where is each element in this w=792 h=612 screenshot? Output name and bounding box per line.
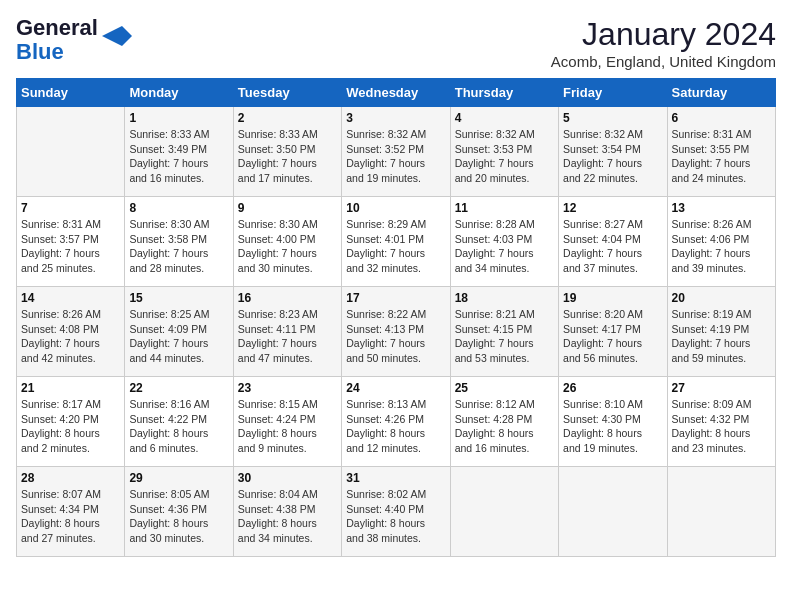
day-number: 23 [238,381,337,395]
day-info: Sunrise: 8:17 AM Sunset: 4:20 PM Dayligh… [21,397,120,456]
day-cell: 5Sunrise: 8:32 AM Sunset: 3:54 PM Daylig… [559,107,667,197]
day-cell: 6Sunrise: 8:31 AM Sunset: 3:55 PM Daylig… [667,107,775,197]
day-number: 13 [672,201,771,215]
day-info: Sunrise: 8:31 AM Sunset: 3:55 PM Dayligh… [672,127,771,186]
day-info: Sunrise: 8:27 AM Sunset: 4:04 PM Dayligh… [563,217,662,276]
day-info: Sunrise: 8:05 AM Sunset: 4:36 PM Dayligh… [129,487,228,546]
day-number: 16 [238,291,337,305]
day-cell: 14Sunrise: 8:26 AM Sunset: 4:08 PM Dayli… [17,287,125,377]
day-info: Sunrise: 8:23 AM Sunset: 4:11 PM Dayligh… [238,307,337,366]
day-number: 17 [346,291,445,305]
day-number: 26 [563,381,662,395]
day-info: Sunrise: 8:31 AM Sunset: 3:57 PM Dayligh… [21,217,120,276]
day-info: Sunrise: 8:33 AM Sunset: 3:49 PM Dayligh… [129,127,228,186]
day-number: 19 [563,291,662,305]
day-info: Sunrise: 8:26 AM Sunset: 4:08 PM Dayligh… [21,307,120,366]
day-cell: 9Sunrise: 8:30 AM Sunset: 4:00 PM Daylig… [233,197,341,287]
day-info: Sunrise: 8:26 AM Sunset: 4:06 PM Dayligh… [672,217,771,276]
calendar-header-row: SundayMondayTuesdayWednesdayThursdayFrid… [17,79,776,107]
day-number: 31 [346,471,445,485]
day-number: 2 [238,111,337,125]
day-info: Sunrise: 8:10 AM Sunset: 4:30 PM Dayligh… [563,397,662,456]
day-number: 1 [129,111,228,125]
week-row-1: 1Sunrise: 8:33 AM Sunset: 3:49 PM Daylig… [17,107,776,197]
day-number: 15 [129,291,228,305]
day-cell: 10Sunrise: 8:29 AM Sunset: 4:01 PM Dayli… [342,197,450,287]
day-info: Sunrise: 8:30 AM Sunset: 4:00 PM Dayligh… [238,217,337,276]
day-cell: 2Sunrise: 8:33 AM Sunset: 3:50 PM Daylig… [233,107,341,197]
day-number: 18 [455,291,554,305]
day-cell [450,467,558,557]
header-cell-friday: Friday [559,79,667,107]
day-number: 7 [21,201,120,215]
day-cell: 4Sunrise: 8:32 AM Sunset: 3:53 PM Daylig… [450,107,558,197]
day-number: 9 [238,201,337,215]
day-info: Sunrise: 8:15 AM Sunset: 4:24 PM Dayligh… [238,397,337,456]
day-info: Sunrise: 8:02 AM Sunset: 4:40 PM Dayligh… [346,487,445,546]
day-number: 6 [672,111,771,125]
header-cell-wednesday: Wednesday [342,79,450,107]
day-cell: 7Sunrise: 8:31 AM Sunset: 3:57 PM Daylig… [17,197,125,287]
main-title: January 2024 [551,16,776,53]
day-info: Sunrise: 8:21 AM Sunset: 4:15 PM Dayligh… [455,307,554,366]
day-info: Sunrise: 8:32 AM Sunset: 3:53 PM Dayligh… [455,127,554,186]
day-info: Sunrise: 8:20 AM Sunset: 4:17 PM Dayligh… [563,307,662,366]
day-cell: 27Sunrise: 8:09 AM Sunset: 4:32 PM Dayli… [667,377,775,467]
day-number: 8 [129,201,228,215]
day-number: 3 [346,111,445,125]
subtitle: Acomb, England, United Kingdom [551,53,776,70]
header-cell-monday: Monday [125,79,233,107]
day-info: Sunrise: 8:12 AM Sunset: 4:28 PM Dayligh… [455,397,554,456]
week-row-4: 21Sunrise: 8:17 AM Sunset: 4:20 PM Dayli… [17,377,776,467]
day-cell: 22Sunrise: 8:16 AM Sunset: 4:22 PM Dayli… [125,377,233,467]
day-cell: 3Sunrise: 8:32 AM Sunset: 3:52 PM Daylig… [342,107,450,197]
day-number: 27 [672,381,771,395]
day-cell: 13Sunrise: 8:26 AM Sunset: 4:06 PM Dayli… [667,197,775,287]
day-number: 20 [672,291,771,305]
day-number: 5 [563,111,662,125]
day-number: 21 [21,381,120,395]
day-cell: 1Sunrise: 8:33 AM Sunset: 3:49 PM Daylig… [125,107,233,197]
logo: General Blue [16,16,132,64]
header-cell-tuesday: Tuesday [233,79,341,107]
header: General Blue January 2024 Acomb, England… [16,16,776,70]
day-info: Sunrise: 8:19 AM Sunset: 4:19 PM Dayligh… [672,307,771,366]
day-cell: 30Sunrise: 8:04 AM Sunset: 4:38 PM Dayli… [233,467,341,557]
day-cell: 25Sunrise: 8:12 AM Sunset: 4:28 PM Dayli… [450,377,558,467]
day-info: Sunrise: 8:29 AM Sunset: 4:01 PM Dayligh… [346,217,445,276]
day-cell: 17Sunrise: 8:22 AM Sunset: 4:13 PM Dayli… [342,287,450,377]
day-info: Sunrise: 8:28 AM Sunset: 4:03 PM Dayligh… [455,217,554,276]
day-cell: 12Sunrise: 8:27 AM Sunset: 4:04 PM Dayli… [559,197,667,287]
day-cell: 19Sunrise: 8:20 AM Sunset: 4:17 PM Dayli… [559,287,667,377]
day-info: Sunrise: 8:13 AM Sunset: 4:26 PM Dayligh… [346,397,445,456]
day-info: Sunrise: 8:22 AM Sunset: 4:13 PM Dayligh… [346,307,445,366]
day-number: 28 [21,471,120,485]
day-cell: 18Sunrise: 8:21 AM Sunset: 4:15 PM Dayli… [450,287,558,377]
day-cell: 11Sunrise: 8:28 AM Sunset: 4:03 PM Dayli… [450,197,558,287]
day-number: 4 [455,111,554,125]
day-cell: 20Sunrise: 8:19 AM Sunset: 4:19 PM Dayli… [667,287,775,377]
day-cell [559,467,667,557]
day-cell: 29Sunrise: 8:05 AM Sunset: 4:36 PM Dayli… [125,467,233,557]
day-cell: 16Sunrise: 8:23 AM Sunset: 4:11 PM Dayli… [233,287,341,377]
day-cell: 24Sunrise: 8:13 AM Sunset: 4:26 PM Dayli… [342,377,450,467]
day-number: 12 [563,201,662,215]
day-number: 25 [455,381,554,395]
day-info: Sunrise: 8:33 AM Sunset: 3:50 PM Dayligh… [238,127,337,186]
header-cell-saturday: Saturday [667,79,775,107]
day-cell: 23Sunrise: 8:15 AM Sunset: 4:24 PM Dayli… [233,377,341,467]
day-info: Sunrise: 8:32 AM Sunset: 3:54 PM Dayligh… [563,127,662,186]
day-cell: 28Sunrise: 8:07 AM Sunset: 4:34 PM Dayli… [17,467,125,557]
day-cell [17,107,125,197]
logo-text: General Blue [16,16,98,64]
day-number: 30 [238,471,337,485]
day-info: Sunrise: 8:32 AM Sunset: 3:52 PM Dayligh… [346,127,445,186]
day-info: Sunrise: 8:30 AM Sunset: 3:58 PM Dayligh… [129,217,228,276]
day-number: 11 [455,201,554,215]
day-cell: 26Sunrise: 8:10 AM Sunset: 4:30 PM Dayli… [559,377,667,467]
day-info: Sunrise: 8:07 AM Sunset: 4:34 PM Dayligh… [21,487,120,546]
day-number: 14 [21,291,120,305]
svg-marker-0 [102,26,132,46]
day-cell [667,467,775,557]
day-info: Sunrise: 8:25 AM Sunset: 4:09 PM Dayligh… [129,307,228,366]
